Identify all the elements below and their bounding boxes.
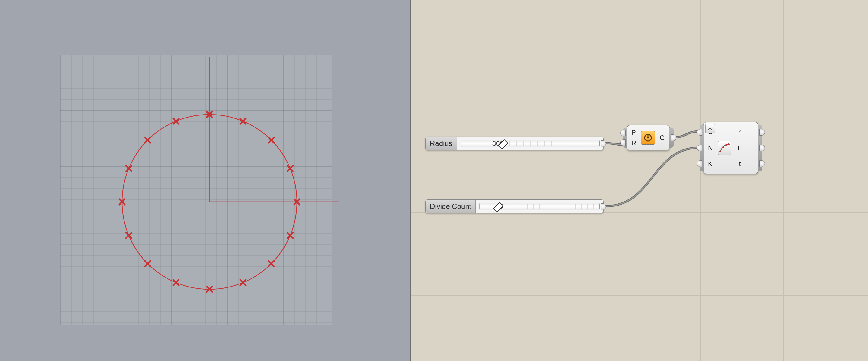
circle-input-r: R xyxy=(630,138,638,148)
radius-slider-track[interactable]: 3000 xyxy=(461,140,600,147)
divide-slider-track[interactable]: 16 xyxy=(479,203,600,210)
divide-slider-label: Divide Count xyxy=(426,200,475,213)
geometry-overlay xyxy=(0,0,410,361)
svg-point-86 xyxy=(647,137,649,139)
rhino-viewport[interactable] xyxy=(0,0,410,361)
divide-output-p: P xyxy=(735,127,742,137)
divide-in-n-port[interactable] xyxy=(697,145,702,151)
circle-in-r-port[interactable] xyxy=(620,139,626,146)
divide-curve-icon xyxy=(718,141,732,155)
svg-point-88 xyxy=(722,146,724,148)
circle-output-c: C xyxy=(658,133,666,142)
divide-curve-corner-icon xyxy=(705,124,715,133)
divide-output-t-upper: T xyxy=(735,143,742,153)
divide-input-n: N xyxy=(707,143,714,153)
grasshopper-canvas[interactable]: Radius 3000 Divide Count 16 xyxy=(411,0,868,361)
divide-input-k: K xyxy=(707,159,714,169)
radius-slider[interactable]: Radius 3000 xyxy=(425,136,604,151)
divide-in-k-port[interactable] xyxy=(697,160,702,167)
wires-layer xyxy=(411,0,868,361)
divide-slider[interactable]: Divide Count 16 xyxy=(425,199,604,214)
node-input-grip xyxy=(623,128,627,147)
node-input-grip xyxy=(700,125,704,171)
divide-output-t-lower: t xyxy=(735,159,742,169)
svg-point-89 xyxy=(725,144,727,146)
node-output-grip xyxy=(758,125,762,171)
svg-point-87 xyxy=(719,151,721,153)
circle-cnr-icon xyxy=(641,131,655,145)
circle-in-p-port[interactable] xyxy=(620,130,626,136)
node-output-grip xyxy=(670,128,674,147)
circle-node[interactable]: P R C xyxy=(627,125,670,151)
circle-input-p: P xyxy=(630,128,638,137)
divide-in-c-port[interactable] xyxy=(697,129,702,136)
svg-point-90 xyxy=(728,143,730,145)
radius-slider-label: Radius xyxy=(426,137,457,150)
app-root: Radius 3000 Divide Count 16 xyxy=(0,0,868,361)
